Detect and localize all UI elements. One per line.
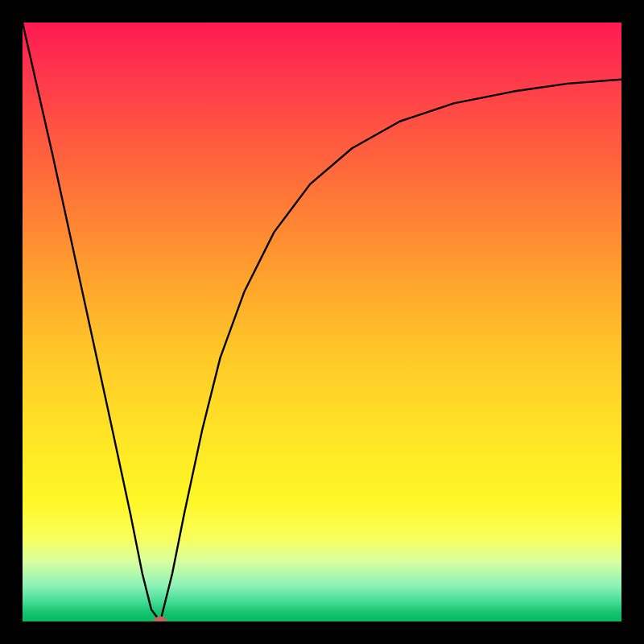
- curve-left-segment: [23, 23, 160, 621]
- curve-layer: [23, 23, 621, 621]
- chart-stage: TheBottleneck.com: [0, 0, 644, 644]
- watermark-label: TheBottleneck.com: [481, 3, 636, 24]
- curve-right-segment: [160, 80, 621, 621]
- plot-area: [23, 23, 621, 621]
- minimum-marker: [154, 617, 167, 622]
